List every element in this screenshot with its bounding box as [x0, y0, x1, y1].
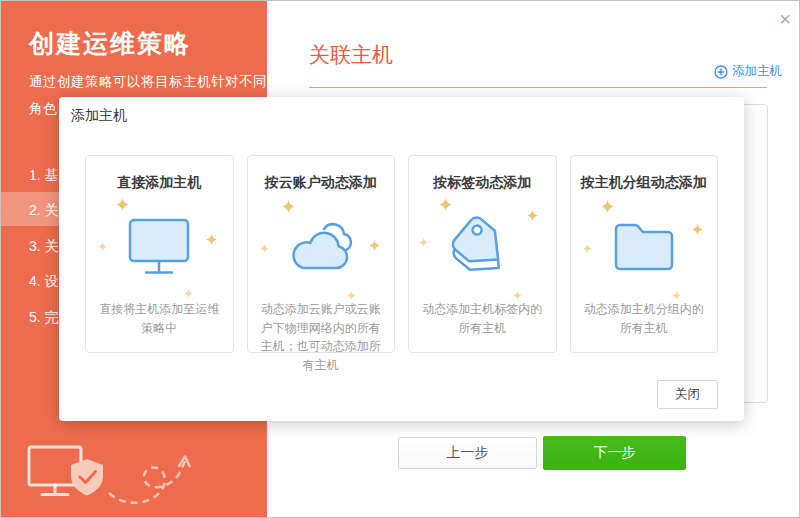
- sparkle-icon: [601, 200, 614, 213]
- add-host-modal: 添加主机 直接添加主机 直接将主机添加至运维策略中: [59, 97, 744, 421]
- page-title: 关联主机: [309, 41, 393, 69]
- sparkle-icon: [527, 210, 538, 221]
- card-title: 直接添加主机: [86, 174, 233, 192]
- shield-monitor-illustration: [17, 441, 227, 511]
- sparkle-icon: [184, 289, 193, 298]
- card-description: 直接将主机添加至运维策略中: [86, 300, 233, 337]
- card-add-by-tag[interactable]: 按标签动态添加 动态添加主机标签内的所有主机: [408, 155, 557, 353]
- card-add-by-host-group[interactable]: 按主机分组动态添加 动态添加主机分组内的所有主机: [570, 155, 719, 353]
- add-host-link-label: 添加主机: [732, 63, 782, 80]
- sidebar-step-5[interactable]: 5. 完: [29, 309, 59, 327]
- sidebar-step-1[interactable]: 1. 基: [29, 167, 59, 185]
- modal-close-button[interactable]: 关闭: [657, 380, 718, 409]
- wizard-description-line1: 通过创建策略可以将目标主机针对不同: [29, 73, 267, 91]
- sidebar-step-3[interactable]: 3. 关: [29, 238, 59, 256]
- sparkle-icon: [369, 240, 380, 251]
- sparkle-icon: [116, 198, 129, 211]
- wizard-description-line2: 角色: [29, 100, 57, 118]
- card-icon-area: [248, 194, 395, 300]
- sparkle-icon: [672, 291, 681, 300]
- sparkle-icon: [260, 244, 269, 253]
- add-host-link[interactable]: 添加主机: [714, 63, 782, 80]
- card-icon-area: [86, 194, 233, 300]
- card-add-by-cloud-account[interactable]: 按云账户动态添加 动态添加云账户或云账户下物理网络内的所有主机；也可动态添加所有…: [247, 155, 396, 353]
- card-title: 按主机分组动态添加: [571, 174, 718, 192]
- folder-icon: [605, 216, 683, 278]
- next-step-button[interactable]: 下一步: [543, 436, 686, 470]
- sparkle-icon: [282, 200, 295, 213]
- sparkle-icon: [206, 234, 217, 245]
- monitor-icon: [120, 216, 198, 278]
- content-header: 关联主机 添加主机: [309, 41, 782, 88]
- card-icon-area: [571, 194, 718, 300]
- wizard-title: 创建运维策略: [29, 27, 191, 60]
- app-window: 创建运维策略 通过创建策略可以将目标主机针对不同 角色 1. 基 2. 关 3.…: [0, 0, 800, 518]
- sparkle-icon: [419, 238, 428, 247]
- sparkle-icon: [439, 198, 452, 211]
- sidebar-step-2[interactable]: 2. 关: [29, 202, 59, 220]
- card-description: 动态添加主机标签内的所有主机: [409, 300, 556, 337]
- sparkle-icon: [513, 291, 522, 300]
- card-description: 动态添加云账户或云账户下物理网络内的所有主机；也可动态添加所有主机: [248, 300, 395, 374]
- sparkle-icon: [692, 224, 703, 235]
- sparkle-icon: [583, 244, 592, 253]
- header-divider: [309, 87, 767, 88]
- card-icon-area: [409, 194, 556, 300]
- card-direct-add-host[interactable]: 直接添加主机 直接将主机添加至运维策略中: [85, 155, 234, 353]
- card-description: 动态添加主机分组内的所有主机: [571, 300, 718, 337]
- close-icon[interactable]: ×: [773, 7, 797, 31]
- previous-step-button[interactable]: 上一步: [398, 437, 537, 469]
- add-host-options: 直接添加主机 直接将主机添加至运维策略中 按云账户动态添加: [85, 155, 718, 353]
- card-title: 按标签动态添加: [409, 174, 556, 192]
- sidebar-step-4[interactable]: 4. 设: [29, 273, 59, 291]
- add-circle-icon: [714, 65, 728, 79]
- card-title: 按云账户动态添加: [248, 174, 395, 192]
- tag-icon: [442, 208, 522, 286]
- modal-title: 添加主机: [71, 107, 127, 125]
- sparkle-icon: [98, 242, 107, 251]
- sparkle-icon: [347, 291, 356, 300]
- cloud-icon: [282, 216, 360, 278]
